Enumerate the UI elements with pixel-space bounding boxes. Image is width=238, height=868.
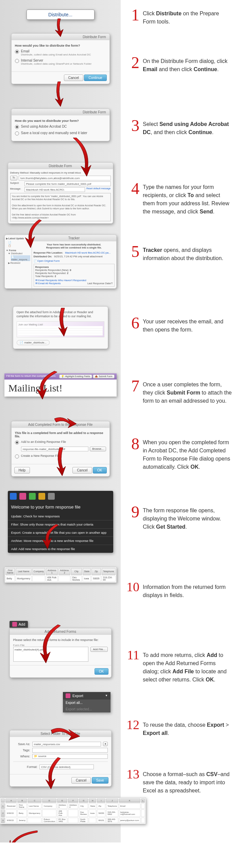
spreadsheet-view: ABCDEFGHIJKL1ReceivedFirst NameLast Name… (0, 798, 146, 824)
archive-icon (19, 493, 26, 500)
step-number: 12 (126, 718, 139, 731)
save-file-dialog: Select Folder To Save File Save As:maile… (10, 730, 112, 787)
export-menu[interactable]: Export ▼ Export all... Export selected..… (63, 692, 111, 712)
email-option[interactable]: EmailDistribute, collect data using Emai… (15, 49, 106, 57)
update-icon (48, 493, 55, 500)
step-text: Type the names for your form recipients,… (143, 180, 233, 216)
step-text: To reuse the data, choose Export > Expor… (143, 718, 233, 737)
to-field[interactable]: tom.thumb@fairytales.com,alice@rabbithol… (19, 176, 111, 180)
step-text: When you open the completed form in Acro… (143, 436, 233, 471)
save-button[interactable]: Save (92, 777, 108, 784)
compose-email-dialog: Distribute Form Delivery Method: Manuall… (8, 162, 113, 224)
step-number: 11 (126, 648, 139, 661)
export-icon (66, 693, 70, 698)
add-returned-forms-dialog: Add Returned Forms Please select the ret… (10, 628, 112, 678)
create-new-option[interactable]: Create a New Response File (15, 454, 106, 459)
step-text: Tracker opens, and displays information … (143, 243, 233, 262)
open-original-link[interactable]: 📄 Open Original Form (34, 259, 115, 262)
reset-link[interactable]: Reset default message (86, 187, 111, 192)
step-12: 12To reuse the data, choose Export > Exp… (126, 718, 233, 768)
step-6: 6Your user receives the email, and then … (126, 315, 233, 378)
export-icon (29, 493, 36, 500)
step-3: 3Select Send using Adobe Acrobat DC, and… (126, 117, 233, 180)
continue-button[interactable]: Continue (84, 75, 106, 81)
add-icon (38, 493, 45, 500)
ok-button[interactable]: OK (93, 467, 106, 473)
step-text: Choose a format–such as CSV–and save the… (143, 768, 233, 795)
screenshots-column: Distribute... Distribute Form How would … (0, 0, 121, 842)
highlight-button[interactable]: 💡 Highlight Existing Fields (59, 374, 92, 379)
instructions-column: 1Click Distribute on the Prepare Form to… (121, 0, 238, 842)
ok-button[interactable]: OK (95, 668, 108, 675)
cancel-button[interactable]: Cancel (64, 75, 83, 81)
returned-data-table: First NameLast NameCompanyAddress 1Addre… (4, 567, 117, 583)
step-number: 2 (126, 54, 139, 71)
expand-button[interactable]: ▾ (103, 742, 108, 746)
step-number: 7 (126, 378, 139, 394)
export-all-item[interactable]: Export all... (63, 700, 111, 706)
step-11: 11To add more returns, click Add to open… (126, 648, 233, 718)
form-file-list[interactable]: mailer_distributed(4).pdf (13, 647, 89, 662)
save-as-field[interactable]: mailer_responses.csv (32, 742, 101, 746)
internal-server-option[interactable]: Internal ServerDistribute, collect data … (15, 59, 106, 66)
subject-field[interactable]: Please complete the form mailer_distribu… (24, 181, 111, 186)
step-number: 1 (126, 7, 139, 23)
step-number: 8 (126, 436, 139, 452)
distribute-button[interactable]: Distribute... (27, 10, 95, 20)
step-text: Information from the returned form displ… (143, 580, 233, 599)
form-submit-view: Fill the form to return the completed fo… (4, 373, 117, 397)
step-text: On the Distribute Form dialog, click Ema… (143, 54, 233, 74)
add-file-button[interactable]: Add File... (90, 647, 107, 652)
distribute-form-dialog-2: Distribute Form How do you want to distr… (11, 109, 110, 141)
step-number: 4 (126, 180, 139, 197)
submit-form-button[interactable]: 📤 Submit Form (93, 374, 114, 379)
save-local-option[interactable]: Save a local copy and manually send it l… (15, 131, 106, 135)
step-number: 9 (126, 504, 139, 520)
step-number: 6 (126, 315, 139, 331)
step-text: Your user receives the email, and then o… (143, 315, 233, 334)
tags-field[interactable] (32, 748, 108, 753)
step-5: 5Tracker opens, and displays information… (126, 243, 233, 315)
step-text: The form response file opens, displaying… (143, 504, 233, 531)
step-number: 5 (126, 243, 139, 260)
step-text: To add more returns, click Add to open t… (143, 648, 233, 684)
dialog-title: Distribute Form (12, 109, 109, 115)
step-8: 8When you open the completed form in Acr… (126, 436, 233, 504)
step-4: 4Type the names for your form recipients… (126, 180, 233, 243)
browse-button[interactable]: Browse... (90, 447, 106, 451)
where-dropdown[interactable]: 📁 source (32, 754, 108, 759)
step-1: 1Click Distribute on the Prepare Form to… (126, 7, 233, 54)
step-text: Once a user completes the form, they cli… (143, 378, 233, 405)
cancel-button[interactable]: Cancel (71, 777, 91, 784)
export-selected-item: Export selected... (63, 706, 111, 712)
cancel-button[interactable]: Cancel (72, 467, 92, 473)
email-message: Open the attached form in Adobe Acrobat … (13, 306, 108, 349)
dialog-question: How would you like to distribute the for… (15, 44, 106, 47)
step-number: 13 (126, 768, 139, 781)
step-text: Click Distribute on the Prepare Form too… (143, 7, 233, 26)
chevron-down-icon: ▼ (105, 694, 108, 697)
step-number: 10 (126, 580, 139, 593)
help-button[interactable]: Help (14, 467, 30, 473)
distribute-form-dialog: Distribute Form How would you like to di… (11, 33, 110, 84)
step-7: 7Once a user completes the form, they cl… (126, 378, 233, 436)
attachment-chip[interactable]: 📄 mailer_distribute... (17, 340, 50, 345)
step-10: 10Information from the returned form dis… (126, 580, 233, 648)
response-file-welcome: Welcome to your form response file Updat… (8, 491, 113, 553)
message-body[interactable]: You are invited to complete the form "ma… (10, 193, 111, 221)
add-completed-form-dialog: Add Completed Form to the Response File … (11, 421, 110, 477)
add-existing-option[interactable]: Add to an Existing Response File (15, 440, 106, 445)
send-acrobat-option[interactable]: Send using Adobe Acrobat DC (15, 125, 106, 129)
filter-icon (10, 493, 17, 500)
step-number: 3 (126, 117, 139, 134)
dialog-title: Distribute Form (12, 34, 109, 40)
step-text: Select Send using Adobe Acrobat DC, and … (143, 117, 233, 136)
step-9: 9The form response file opens, displayin… (126, 504, 233, 580)
to-button[interactable]: To (10, 176, 17, 180)
step-2: 2On the Distribute Form dialog, click Em… (126, 54, 233, 117)
tracker-window: ▶ Latest Update 📄 📋 ▼ Forms ▼ Distribute… (4, 235, 117, 289)
format-dropdown[interactable]: CSV (Comma delimited) (39, 765, 94, 769)
add-toolbar-button[interactable]: Add (10, 621, 28, 628)
dialog-question: How do you want to distribute your form? (15, 119, 106, 123)
